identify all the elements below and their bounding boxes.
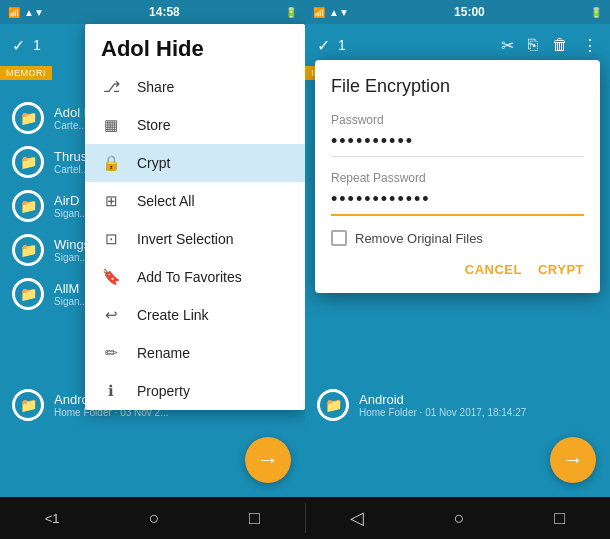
menu-label-property: Property	[137, 383, 190, 399]
menu-item-add-favorites[interactable]: 🔖 Add To Favorites	[85, 258, 305, 296]
signal-icon-right: ▲▼	[329, 7, 349, 18]
menu-item-crypt[interactable]: 🔒 Crypt	[85, 144, 305, 182]
store-icon: ▦	[101, 116, 121, 134]
wifi-icon-right: 📶	[313, 7, 325, 18]
home-button-right[interactable]: ○	[454, 508, 465, 529]
menu-label-create-link: Create Link	[137, 307, 209, 323]
file-name-right: Android	[359, 392, 598, 407]
fab-arrow-icon-right: →	[562, 447, 584, 473]
left-nav: <1 ○ □	[0, 508, 305, 529]
dialog-title: File Encryption	[331, 76, 584, 97]
menu-item-store[interactable]: ▦ Store	[85, 106, 305, 144]
left-status-bar: 📶 ▲▼ 14:58 🔋	[0, 0, 305, 24]
copy-icon[interactable]: ⎘	[528, 36, 538, 54]
dialog-actions: CANCEL CRYPT	[331, 262, 584, 277]
right-status-right: 🔋	[590, 7, 602, 18]
cut-icon[interactable]: ✂	[501, 36, 514, 55]
status-bar-left: 📶 ▲▼	[8, 7, 44, 18]
info-icon: ℹ	[101, 382, 121, 400]
right-screen: 📶 ▲▼ 15:00 🔋 ✓ 1 ✂ ⎘ 🗑 ⋮ INTERNAL MEMORY	[305, 0, 610, 497]
menu-label-share: Share	[137, 79, 174, 95]
context-header: Adol Hide	[85, 24, 305, 68]
recents-button-left[interactable]: □	[249, 508, 260, 529]
share-icon: ⎇	[101, 78, 121, 96]
left-screen: 📶 ▲▼ 14:58 🔋 ✓ 1 MEMORI 📁 Adol Hide Cart…	[0, 0, 305, 497]
right-time: 15:00	[454, 5, 485, 19]
folder-icon: 📁	[12, 389, 44, 421]
fab-button-right[interactable]: →	[550, 437, 596, 483]
memory-label: MEMORI	[0, 66, 52, 80]
password-input-line[interactable]: ••••••••••	[331, 131, 584, 157]
bookmark-icon: 🔖	[101, 268, 121, 286]
more-options-icon[interactable]: ⋮	[582, 36, 598, 55]
status-bar-right: 🔋	[285, 7, 297, 18]
wifi-icon: 📶	[8, 7, 20, 18]
folder-icon: 📁	[12, 102, 44, 134]
right-status-left: 📶 ▲▼	[313, 7, 349, 18]
selection-count-right: 1	[338, 37, 346, 53]
back-button-left[interactable]: <1	[45, 511, 60, 526]
check-icon-right[interactable]: ✓	[317, 36, 330, 55]
menu-label-store: Store	[137, 117, 170, 133]
right-status-bar: 📶 ▲▼ 15:00 🔋	[305, 0, 610, 24]
battery-icon-right: 🔋	[590, 7, 602, 18]
remove-original-checkbox[interactable]	[331, 230, 347, 246]
right-top-left: ✓ 1	[317, 36, 346, 55]
right-top-icons: ✂ ⎘ 🗑 ⋮	[501, 36, 598, 55]
fab-arrow-icon: →	[257, 447, 279, 473]
select-all-icon: ⊞	[101, 192, 121, 210]
pencil-icon: ✏	[101, 344, 121, 362]
menu-item-share[interactable]: ⎇ Share	[85, 68, 305, 106]
checkbox-label: Remove Original Files	[355, 231, 483, 246]
menu-item-select-all[interactable]: ⊞ Select All	[85, 182, 305, 220]
menu-label-rename: Rename	[137, 345, 190, 361]
back-button-right[interactable]: ◁	[350, 507, 364, 529]
fab-button-left[interactable]: →	[245, 437, 291, 483]
menu-item-create-link[interactable]: ↩ Create Link	[85, 296, 305, 334]
delete-icon[interactable]: 🗑	[552, 36, 568, 54]
password-label: Password	[331, 113, 584, 127]
home-button-left[interactable]: ○	[149, 508, 160, 529]
menu-label-add-favorites: Add To Favorites	[137, 269, 242, 285]
password-value: ••••••••••	[331, 131, 414, 151]
remove-original-files-row[interactable]: Remove Original Files	[331, 230, 584, 246]
menu-item-rename[interactable]: ✏ Rename	[85, 334, 305, 372]
menu-item-property[interactable]: ℹ Property	[85, 372, 305, 410]
file-info-right: Android Home Folder · 01 Nov 2017, 18:14…	[359, 392, 598, 418]
menu-label-select-all: Select All	[137, 193, 195, 209]
file-sub-right: Home Folder · 01 Nov 2017, 18:14:27	[359, 407, 598, 418]
right-bottom-file-item[interactable]: 📁 Android Home Folder · 01 Nov 2017, 18:…	[305, 383, 610, 427]
cancel-button[interactable]: CANCEL	[465, 262, 522, 277]
repeat-password-input-line[interactable]: ••••••••••••	[331, 189, 584, 216]
crypt-button[interactable]: CRYPT	[538, 262, 584, 277]
menu-label-crypt: Crypt	[137, 155, 170, 171]
recents-button-right[interactable]: □	[554, 508, 565, 529]
menu-label-invert-selection: Invert Selection	[137, 231, 234, 247]
link-icon: ↩	[101, 306, 121, 324]
signal-icon: ▲▼	[24, 7, 44, 18]
check-icon[interactable]: ✓	[12, 36, 25, 55]
folder-icon: 📁	[12, 234, 44, 266]
folder-icon: 📁	[12, 278, 44, 310]
bottom-navigation: <1 ○ □ ◁ ○ □	[0, 497, 610, 539]
file-encryption-dialog: File Encryption Password •••••••••• Repe…	[315, 60, 600, 293]
folder-icon: 📁	[12, 146, 44, 178]
right-nav: ◁ ○ □	[306, 507, 611, 529]
folder-icon: 📁	[12, 190, 44, 222]
context-menu: Adol Hide ⎇ Share ▦ Store 🔒 Crypt ⊞ Sele…	[85, 24, 305, 410]
left-time: 14:58	[149, 5, 180, 19]
invert-selection-icon: ⊡	[101, 230, 121, 248]
folder-icon-right: 📁	[317, 389, 349, 421]
selection-count: 1	[33, 37, 41, 53]
menu-item-invert-selection[interactable]: ⊡ Invert Selection	[85, 220, 305, 258]
repeat-password-label: Repeat Password	[331, 171, 584, 185]
context-title: Adol Hide	[101, 36, 289, 62]
battery-icon: 🔋	[285, 7, 297, 18]
repeat-password-value: ••••••••••••	[331, 189, 431, 209]
lock-icon: 🔒	[101, 154, 121, 172]
